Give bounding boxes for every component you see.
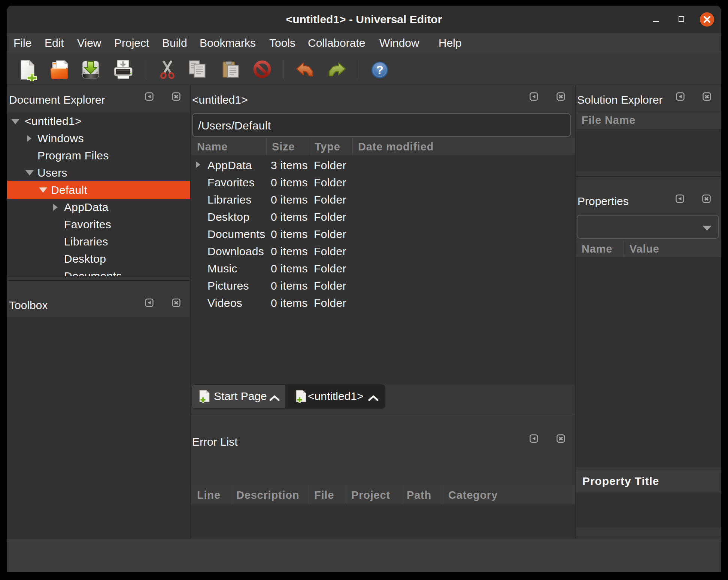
svg-text:?: ? [376, 63, 383, 77]
